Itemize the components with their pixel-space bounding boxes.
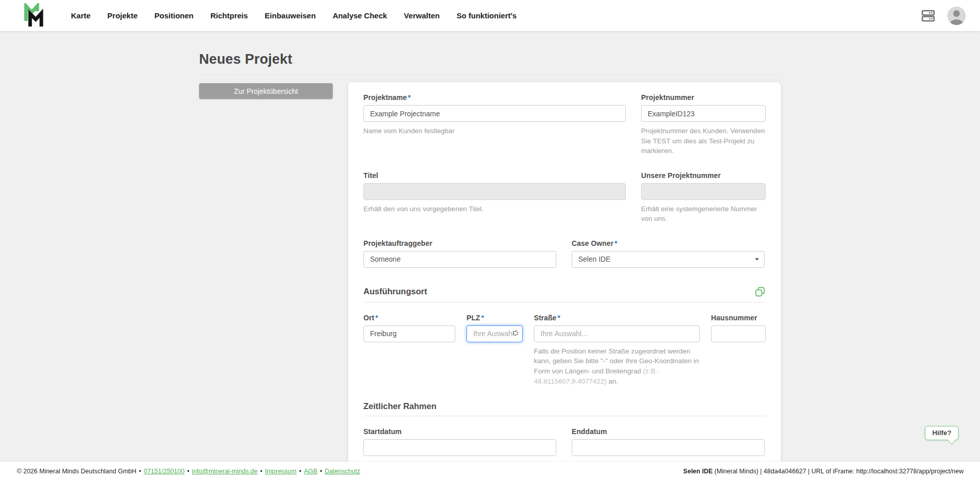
field-strasse: Straße* Falls die Position keiner Straße…: [534, 314, 700, 386]
field-enddatum: Enddatum: [572, 427, 765, 456]
required-marker: *: [557, 314, 560, 322]
strasse-helper: Falls die Position keiner Straße zugeord…: [534, 346, 700, 386]
footer-link-phone[interactable]: 07151/250100: [144, 468, 185, 475]
field-projektname: Projektname* Name vom Kunden festlegbar: [363, 93, 626, 156]
page-footer: © 2026 Mineral Minds Deutschland GmbH•07…: [0, 462, 980, 481]
case-owner-select[interactable]: [572, 251, 765, 268]
mineral-minds-logo-icon[interactable]: [23, 3, 46, 29]
projektname-helper: Name vom Kunden festlegbar: [363, 126, 626, 136]
projektname-input[interactable]: [363, 105, 626, 122]
startdatum-input[interactable]: [363, 439, 556, 456]
field-ort: Ort*: [363, 314, 455, 386]
field-projektnummer: Projektnummer Projektnummer des Kunden. …: [641, 93, 766, 156]
field-case-owner: Case Owner*: [572, 239, 765, 268]
ort-label: Ort*: [363, 314, 455, 322]
required-marker: *: [408, 93, 411, 102]
nav-item-projekte[interactable]: Projekte: [107, 11, 137, 20]
navbar-right: [921, 7, 966, 25]
ausfuehrungsort-heading: Ausführungsort: [363, 287, 427, 296]
project-overview-button[interactable]: Zur Projektübersicht: [199, 83, 333, 99]
field-startdatum: Startdatum: [363, 427, 556, 456]
plz-label: PLZ*: [467, 314, 523, 322]
projektauftraggeber-input[interactable]: [363, 251, 556, 268]
field-plz: PLZ*: [467, 314, 523, 386]
left-column: Zur Projektübersicht: [199, 82, 333, 99]
ort-input[interactable]: [363, 325, 455, 342]
ausfuehrungsort-divider: [363, 302, 766, 302]
hausnummer-label: Hausnummer: [711, 314, 766, 322]
projektauftraggeber-label: Projektauftraggeber: [363, 239, 556, 247]
footer-session-info: Selen IDE (Mineral Minds) | 48da4a046627…: [683, 468, 964, 475]
enddatum-input[interactable]: [572, 439, 765, 456]
titel-label: Titel: [363, 171, 626, 180]
help-button[interactable]: Hilfe?: [925, 426, 959, 440]
titel-helper: Erhält den von uns vorgegebenen Titel.: [363, 204, 626, 214]
nav-item-karte[interactable]: Karte: [71, 11, 90, 20]
startdatum-label: Startdatum: [363, 427, 556, 436]
unsere-projektnummer-label: Unsere Projektnummer: [641, 171, 766, 180]
user-avatar-icon[interactable]: [947, 7, 966, 25]
required-marker: *: [615, 239, 618, 247]
project-form-card: Projektname* Name vom Kunden festlegbar …: [348, 82, 781, 474]
field-hausnummer: Hausnummer: [711, 314, 766, 386]
case-owner-value[interactable]: [572, 251, 765, 268]
nav-item-verwalten[interactable]: Verwalten: [404, 11, 439, 20]
footer-link-agb[interactable]: AGB: [304, 468, 317, 475]
enddatum-label: Enddatum: [572, 427, 765, 436]
form-column: Projektname* Name vom Kunden festlegbar …: [348, 82, 781, 481]
nav-item-so-funktionierts[interactable]: So funktioniert's: [456, 11, 517, 20]
page-title: Neues Projekt: [199, 52, 781, 67]
nav-item-richtpreis[interactable]: Richtpreis: [210, 11, 248, 20]
plz-input[interactable]: [467, 325, 523, 342]
session-user: Selen IDE: [683, 468, 713, 475]
projektnummer-helper: Projektnummer des Kunden. Verwenden Sie …: [641, 126, 766, 156]
page-content: Neues Projekt Zur Projektübersicht Proje…: [199, 31, 781, 481]
session-detail: (Mineral Minds) | 48da4a046627 | URL of …: [713, 468, 964, 475]
field-unsere-projektnummer: Unsere Projektnummer Erhält eine systemg…: [641, 171, 766, 224]
hausnummer-input[interactable]: [711, 325, 766, 342]
field-titel: Titel Erhält den von uns vorgegebenen Ti…: [363, 171, 626, 224]
zeitlicher-rahmen-heading: Zeitlicher Rahmen: [363, 401, 436, 411]
footer-link-email[interactable]: info@mineral-minds.de: [192, 468, 258, 475]
required-marker: *: [375, 314, 378, 322]
strasse-input[interactable]: [534, 325, 700, 342]
projektnummer-input[interactable]: [641, 105, 766, 122]
field-projektauftraggeber: Projektauftraggeber: [363, 239, 556, 268]
footer-link-impressum[interactable]: Impressum: [265, 468, 297, 475]
top-navbar: Karte Projekte Positionen Richtpreis Ein…: [0, 0, 980, 31]
case-owner-label: Case Owner*: [572, 239, 765, 247]
nav-item-positionen[interactable]: Positionen: [155, 11, 194, 20]
title-divider: [199, 74, 781, 75]
titel-input: [363, 183, 626, 200]
nav-item-analyse-check[interactable]: Analyse Check: [333, 11, 387, 20]
nav-item-einbauweisen[interactable]: Einbauweisen: [265, 11, 316, 20]
main-navigation: Karte Projekte Positionen Richtpreis Ein…: [71, 11, 517, 20]
copy-icon[interactable]: [754, 286, 766, 297]
unsere-projektnummer-input: [641, 183, 766, 200]
zeitlicher-rahmen-divider: [363, 416, 766, 416]
required-marker: *: [481, 314, 484, 322]
projektname-label: Projektname*: [363, 93, 626, 102]
strasse-label: Straße*: [534, 314, 700, 322]
projektnummer-label: Projektnummer: [641, 93, 766, 102]
unsere-projektnummer-helper: Erhält eine systemgenerierte Nummer von …: [641, 204, 766, 224]
server-icon[interactable]: [921, 10, 935, 22]
footer-legal: © 2026 Mineral Minds Deutschland GmbH•07…: [17, 468, 360, 475]
copyright-text: © 2026 Mineral Minds Deutschland GmbH: [17, 468, 136, 475]
footer-link-datenschutz[interactable]: Datenschutz: [325, 468, 360, 475]
